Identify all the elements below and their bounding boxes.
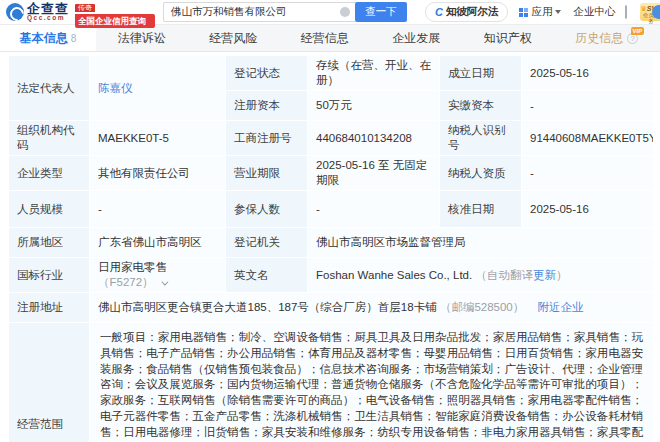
tab-operating-info[interactable]: 经营信息 xyxy=(301,25,349,51)
vip-badge: VIP xyxy=(631,27,645,35)
basic-info-table: 法定代表人 陈嘉仪 登记状态 存续（在营、开业、在册） 成立日期 2025-05… xyxy=(8,55,654,442)
tab-basic-info-count: 8 xyxy=(71,33,77,44)
staff-size-value: - xyxy=(90,191,225,227)
search-area: 查一下 xyxy=(163,2,407,22)
nearby-companies-link[interactable]: 附近企业 xyxy=(537,301,583,313)
address-label: 注册地址 xyxy=(9,293,89,322)
paid-capital-label: 实缴资本 xyxy=(440,91,521,120)
taxpayer-id-label: 纳税人识别号 xyxy=(440,121,521,155)
search-button[interactable]: 查一下 xyxy=(355,2,407,22)
search-input[interactable] xyxy=(163,2,355,22)
tab-intellectual-property[interactable]: 知识产权 xyxy=(484,25,532,51)
table-row: 企业类型 其他有限责任公司 营业期限 2025-05-16 至 无固定期限 纳税… xyxy=(9,156,653,190)
tab-basic-info-label: 基本信息 xyxy=(20,30,68,47)
reg-authority-label: 登记机关 xyxy=(226,228,307,257)
enterprise-center-link[interactable]: 企业中心 xyxy=(573,5,615,19)
english-name-value: Foshan Wanhe Sales Co., Ltd. xyxy=(316,269,472,281)
legal-rep-label: 法定代表人 xyxy=(9,56,89,120)
insured-value: - xyxy=(308,191,439,227)
org-code-label: 组织机构代码 xyxy=(9,121,89,155)
legal-rep-cell: 陈嘉仪 xyxy=(90,56,225,120)
apps-label: 应用 xyxy=(531,5,552,19)
qcc-logo-domain: Qcc.com xyxy=(27,15,69,22)
apps-grid-icon xyxy=(519,8,528,17)
industry-code: （F5272） xyxy=(98,276,154,288)
establish-date-value: 2025-05-16 xyxy=(522,56,653,90)
table-row: 法定代表人 陈嘉仪 登记状态 存续（在营、开业、在册） 成立日期 2025-05… xyxy=(9,56,653,90)
table-row: 注册地址 佛山市高明区更合镇更合大道185、187号（综合厂房）首层18卡铺 （… xyxy=(9,293,653,322)
reg-authority-value: 佛山市高明区市场监督管理局 xyxy=(308,228,653,257)
taxpayer-qual-value: - xyxy=(522,156,653,190)
english-name-note: （自动翻译 xyxy=(475,269,533,281)
taxpayer-id-value: 91440608MAEKKE0T5Y xyxy=(522,121,653,155)
table-row: 经营范围 一般项目：家用电器销售；制冷、空调设备销售；厨具卫具及日用杂品批发；家… xyxy=(9,323,653,442)
table-row: 国标行业 日用家电零售 （F5272） 英文名 Foshan Wanhe Sal… xyxy=(9,258,653,292)
tab-history-info[interactable]: 历史信息 VIP ? xyxy=(575,25,638,51)
org-code-value: MAEKKE0T-5 xyxy=(90,121,225,155)
brand-tagline-tag: 传奇 xyxy=(75,4,95,12)
region-label: 所属地区 xyxy=(9,228,89,257)
translate-update-link[interactable]: 更新 xyxy=(533,269,556,281)
chevron-down-icon xyxy=(555,10,561,14)
legal-rep-link[interactable]: 陈嘉仪 xyxy=(98,82,133,94)
reg-status-value: 存续（在营、开业、在册） xyxy=(308,56,439,90)
industry-label: 国标行业 xyxy=(9,258,89,292)
apps-menu[interactable]: 应用 xyxy=(519,5,561,19)
company-type-value: 其他有限责任公司 xyxy=(90,156,225,190)
biz-reg-no-label: 工商注册号 xyxy=(226,121,307,155)
address-postcode: （邮编528500） xyxy=(440,301,524,313)
address-value: 佛山市高明区更合镇更合大道185、187号（综合厂房）首层18卡铺 xyxy=(98,301,437,313)
english-name-cell: Foshan Wanhe Sales Co., Ltd. （自动翻译更新） xyxy=(308,258,653,292)
industry-value: 日用家电零售 xyxy=(98,261,167,273)
tab-legal-litigation[interactable]: 法律诉讼 xyxy=(118,25,166,51)
establish-date-label: 成立日期 xyxy=(440,56,521,90)
tab-history-label: 历史信息 xyxy=(575,30,623,47)
tab-operating-risk[interactable]: 经营风险 xyxy=(209,25,257,51)
biz-term-value: 2025-05-16 至 无固定期限 xyxy=(308,156,439,190)
approval-date-label: 核准日期 xyxy=(440,191,521,227)
table-row: 组织机构代码 MAEKKE0T-5 工商注册号 440684010134208 … xyxy=(9,121,653,155)
staff-size-label: 人员规模 xyxy=(9,191,89,227)
business-scope-text: 一般项目：家用电器销售；制冷、空调设备销售；厨具卫具及日用杂品批发；家居用品销售… xyxy=(100,330,643,442)
biz-reg-no-value: 440684010134208 xyxy=(308,121,439,155)
brand-tagline: 全国企业信用查询 xyxy=(75,14,155,28)
chevron-down-icon[interactable] xyxy=(161,279,168,286)
approval-date-value: 2025-05-16 xyxy=(522,191,653,227)
tab-basic-info[interactable]: 基本信息 8 xyxy=(0,25,96,51)
qcc-logo-icon[interactable] xyxy=(6,3,24,21)
zhibi-alpha-label: 知彼阿尔法 xyxy=(446,5,499,19)
tab-company-development[interactable]: 企业发展 xyxy=(392,25,440,51)
english-name-note-end: ） xyxy=(556,269,568,281)
business-scope-label: 经营范围 xyxy=(9,323,89,442)
table-row: 人员规模 - 参保人数 - 核准日期 2025-05-16 xyxy=(9,191,653,227)
zhibi-alpha-button[interactable]: C 知彼阿尔法 xyxy=(425,2,508,22)
reg-status-label: 登记状态 xyxy=(226,56,307,90)
basic-info-section: 法定代表人 陈嘉仪 登记状态 存续（在营、开业、在册） 成立日期 2025-05… xyxy=(0,52,660,442)
taxpayer-qual-label: 纳税人资质 xyxy=(440,156,521,190)
paid-capital-value: - xyxy=(522,91,653,120)
floating-widget-icon[interactable] xyxy=(652,5,660,19)
address-cell: 佛山市高明区更合镇更合大道185、187号（综合厂房）首层18卡铺 （邮编528… xyxy=(90,293,653,322)
mobile-app-icon[interactable] xyxy=(625,5,627,19)
english-name-label: 英文名 xyxy=(226,258,307,292)
company-tab-bar: 基本信息 8 法律诉讼 经营风险 经营信息 企业发展 知识产权 历史信息 VIP… xyxy=(0,25,660,52)
reg-capital-label: 注册资本 xyxy=(226,91,307,120)
top-header: 企查查 Qcc.com 传奇 全国企业信用查询 查一下 C 知彼阿尔法 应用 企… xyxy=(0,0,660,25)
biz-term-label: 营业期限 xyxy=(226,156,307,190)
region-value: 广东省佛山市高明区 xyxy=(90,228,225,257)
brand-slogan-badge: 传奇 全国企业信用查询 xyxy=(75,0,155,28)
reg-capital-value: 50万元 xyxy=(308,91,439,120)
business-scope-cell: 一般项目：家用电器销售；制冷、空调设备销售；厨具卫具及日用杂品批发；家居用品销售… xyxy=(90,323,653,442)
company-type-label: 企业类型 xyxy=(9,156,89,190)
industry-cell: 日用家电零售 （F5272） xyxy=(90,258,225,292)
table-row: 所属地区 广东省佛山市高明区 登记机关 佛山市高明区市场监督管理局 xyxy=(9,228,653,257)
insured-label: 参保人数 xyxy=(226,191,307,227)
zhibi-alpha-icon: C xyxy=(435,6,443,18)
qcc-logo[interactable]: 企查查 Qcc.com xyxy=(27,2,69,22)
clear-search-icon[interactable] xyxy=(340,7,350,17)
